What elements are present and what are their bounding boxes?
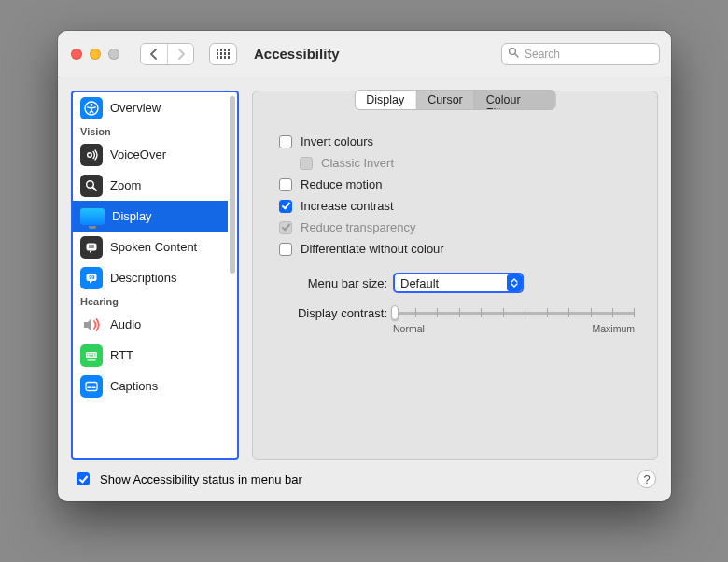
display-contrast-slider[interactable] <box>393 304 635 321</box>
accessibility-icon <box>80 97 103 119</box>
svg-point-0 <box>510 49 516 55</box>
body-area: Overview Vision VoiceOver Zoom <box>58 77 671 460</box>
svg-point-4 <box>88 152 92 157</box>
classic-invert-checkbox <box>300 157 313 170</box>
reduce-motion-checkbox[interactable] <box>279 178 292 191</box>
sidebar-section-hearing: Hearing <box>73 293 228 309</box>
checkbox-label: Classic Invert <box>321 156 394 170</box>
display-contrast-label: Display contrast: <box>275 304 387 320</box>
voiceover-icon <box>80 144 103 166</box>
close-window-button[interactable] <box>71 49 82 60</box>
sidebar-item-label: Descriptions <box>110 271 177 285</box>
select-stepper-icon <box>507 274 522 291</box>
captions-icon <box>80 375 103 398</box>
select-value: Default <box>400 276 439 290</box>
accessibility-prefs-window: Accessibility Overview Vision <box>58 31 671 501</box>
option-reduce-motion: Reduce motion <box>275 174 635 195</box>
scrollbar[interactable] <box>230 94 235 457</box>
sidebar-item-spoken-content[interactable]: Spoken Content <box>73 232 228 262</box>
sidebar-item-label: Zoom <box>110 178 141 192</box>
option-increase-contrast: Increase contrast <box>275 195 635 217</box>
svg-rect-16 <box>91 353 91 354</box>
sidebar-item-descriptions[interactable]: 99 Descriptions <box>73 262 228 293</box>
grid-icon <box>217 49 231 59</box>
svg-text:99: 99 <box>89 274 94 280</box>
detail-panel-wrap: Display Cursor Colour Filters Invert col… <box>252 91 658 460</box>
show-all-button[interactable] <box>209 43 237 65</box>
sidebar: Overview Vision VoiceOver Zoom <box>71 91 239 460</box>
svg-rect-19 <box>87 355 88 356</box>
sidebar-item-voiceover[interactable]: VoiceOver <box>73 139 228 170</box>
nav-segmented <box>140 43 194 65</box>
sidebar-item-zoom[interactable]: Zoom <box>73 170 228 201</box>
descriptions-icon: 99 <box>80 267 103 289</box>
display-icon <box>80 208 105 225</box>
option-reduce-transparency: Reduce transparency <box>275 217 635 238</box>
help-button[interactable]: ? <box>637 470 656 488</box>
menu-bar-size-row: Menu bar size: Default <box>275 273 635 293</box>
svg-rect-18 <box>94 353 95 354</box>
sidebar-item-overview[interactable]: Overview <box>73 92 228 123</box>
spoken-content-icon <box>80 236 103 259</box>
sidebar-item-label: RTT <box>110 348 133 362</box>
search-input[interactable] <box>523 47 653 62</box>
checkbox-label: Invert colours <box>301 134 373 148</box>
svg-rect-23 <box>88 386 91 388</box>
sidebar-item-rtt[interactable]: RTT <box>73 340 228 371</box>
svg-line-6 <box>93 187 97 190</box>
sidebar-item-label: Display <box>112 209 152 223</box>
svg-rect-22 <box>86 382 97 390</box>
sidebar-item-label: Audio <box>110 317 141 331</box>
footer: Show Accessibility status in menu bar ? <box>58 460 671 501</box>
slider-max-label: Maximum <box>592 323 635 334</box>
sidebar-item-label: VoiceOver <box>110 148 166 162</box>
svg-rect-21 <box>94 355 95 356</box>
checkbox-label: Differentiate without colour <box>301 242 444 256</box>
tab-colour-filters[interactable]: Colour Filters <box>475 91 555 109</box>
svg-line-1 <box>515 54 518 57</box>
slider-min-label: Normal <box>393 323 425 334</box>
differentiate-checkbox[interactable] <box>279 243 292 256</box>
sidebar-item-display[interactable]: Display <box>73 201 228 232</box>
search-field[interactable] <box>501 43 660 65</box>
checkbox-label: Reduce motion <box>301 177 382 191</box>
minimise-window-button[interactable] <box>90 49 101 60</box>
sidebar-item-label: Spoken Content <box>110 240 197 254</box>
sidebar-item-audio[interactable]: Audio <box>73 309 228 340</box>
checkbox-label: Reduce transparency <box>301 220 416 234</box>
menu-bar-size-select[interactable]: Default <box>393 273 524 293</box>
svg-rect-20 <box>89 355 93 356</box>
back-button[interactable] <box>141 44 167 64</box>
menu-bar-size-label: Menu bar size: <box>275 276 387 290</box>
traffic-lights <box>71 49 119 60</box>
option-classic-invert: Classic Invert <box>275 152 635 174</box>
option-invert-colours: Invert colours <box>275 131 635 152</box>
show-status-checkbox[interactable] <box>77 472 90 485</box>
chevron-left-icon <box>150 49 158 60</box>
scroll-thumb[interactable] <box>230 96 235 274</box>
svg-rect-17 <box>92 353 93 354</box>
checkbox-label: Increase contrast <box>301 199 394 213</box>
page-title: Accessibility <box>254 46 340 62</box>
show-status-label: Show Accessibility status in menu bar <box>100 472 302 486</box>
sidebar-item-captions[interactable]: Captions <box>73 371 228 401</box>
tab-display[interactable]: Display <box>355 91 416 109</box>
slider-knob[interactable] <box>391 305 399 320</box>
rtt-icon <box>80 344 103 367</box>
reduce-transparency-checkbox <box>279 221 292 234</box>
window-toolbar: Accessibility <box>58 31 671 77</box>
zoom-icon <box>80 175 103 197</box>
invert-colours-checkbox[interactable] <box>279 135 292 148</box>
svg-rect-14 <box>87 353 88 354</box>
increase-contrast-checkbox[interactable] <box>279 200 292 213</box>
detail-panel: Display Cursor Colour Filters Invert col… <box>252 91 658 460</box>
sidebar-item-label: Captions <box>110 379 158 393</box>
forward-button[interactable] <box>167 44 193 64</box>
option-differentiate: Differentiate without colour <box>275 238 635 260</box>
svg-point-3 <box>91 104 93 106</box>
search-icon <box>508 47 519 61</box>
tab-cursor[interactable]: Cursor <box>416 91 475 109</box>
zoom-window-button[interactable] <box>108 49 119 60</box>
sidebar-item-label: Overview <box>110 101 161 115</box>
display-contrast-row: Display contrast: <box>275 304 635 334</box>
